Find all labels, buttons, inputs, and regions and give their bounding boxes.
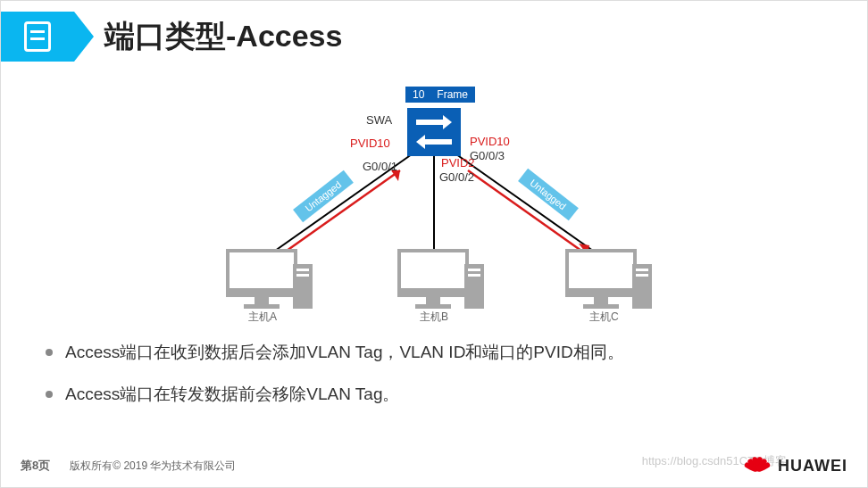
host-c-label: 主机C [589,310,619,325]
port-right-pvid: PVID10 [470,135,510,148]
document-icon [24,21,51,52]
frame-label: Frame [437,88,468,101]
host-a-label: 主机A [248,310,277,325]
huawei-logo: HUAWEI [742,453,847,478]
port-left-if: G0/0/1 [363,160,397,173]
host-a-icon [220,249,304,309]
switch-name: SWA [366,113,392,127]
host-b-label: 主机B [420,310,448,325]
switch-icon [407,108,461,156]
copyright-text: 版权所有© 2019 华为技术有限公司 [70,459,236,474]
bullet-item: Access端口在转发数据前会移除VLAN Tag。 [46,382,831,408]
port-mid-if: G0/0/2 [439,170,474,184]
port-right-if: G0/0/3 [470,149,505,162]
host-c-icon [559,249,643,309]
port-left-pvid: PVID10 [350,136,390,150]
header-badge [1,12,74,62]
slide-footer: 第8页 版权所有© 2019 华为技术有限公司 https://blog.csd… [1,453,867,478]
host-b-icon [391,249,475,309]
chevron-right-icon [74,12,94,62]
untagged-right: Untagged [518,169,579,220]
frame-tag: 10 Frame [405,87,475,103]
frame-vlan: 10 [413,88,424,101]
untagged-left: Untagged [293,170,354,222]
bullet-list: Access端口在收到数据后会添加VLAN Tag，VLAN ID和端口的PVI… [46,340,831,407]
bullet-item: Access端口在收到数据后会添加VLAN Tag，VLAN ID和端口的PVI… [46,340,831,366]
network-diagram: 10 Frame SWA PVID10 G0/0/1 PVID2 G0/0/2 … [113,81,755,313]
huawei-flower-icon [742,453,772,478]
brand-text: HUAWEI [778,457,847,476]
page-number: 第8页 [21,458,50,474]
slide-title: 端口类型-Access [104,16,342,57]
slide-header: 端口类型-Access [1,1,867,72]
